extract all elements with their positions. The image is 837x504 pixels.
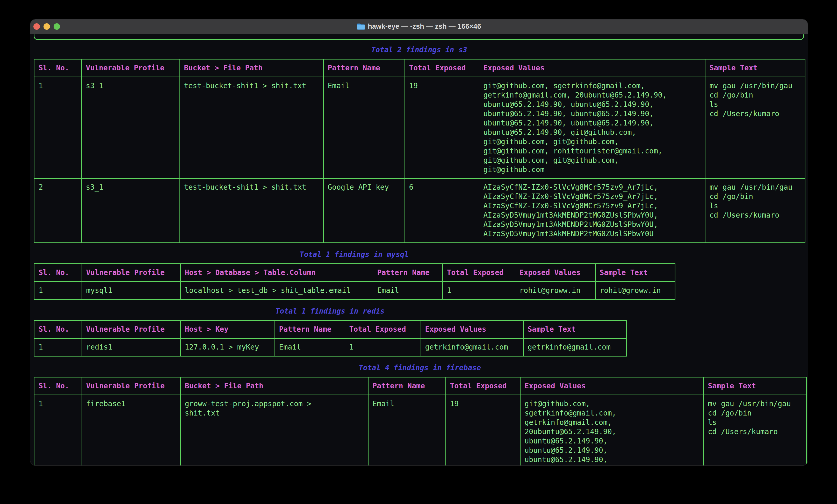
table-cell: Email <box>368 395 446 466</box>
column-header: Sl. No. <box>34 321 82 338</box>
table-cell: 1 <box>34 395 82 466</box>
table-cell: AIzaSyCfNZ-IZx0-SlVcVg8MCr575zv9_Ar7jLc,… <box>479 179 705 243</box>
column-header: Sample Text <box>523 321 627 338</box>
titlebar[interactable]: hawk-eye — -zsh — zsh — 166×46 <box>30 19 808 34</box>
column-header: Sample Text <box>595 264 675 282</box>
column-header: Sample Text <box>704 377 806 395</box>
table-cell: getrkinfo@gmail.com <box>421 338 523 356</box>
findings-table-firebase: Sl. No.Vulnerable ProfileBucket > File P… <box>34 377 807 465</box>
table-cell: Email <box>275 338 345 356</box>
table-cell: rohit@groww.in <box>595 282 675 300</box>
table-row: 1mysql1localhost > test_db > shit_table.… <box>34 282 675 300</box>
table-cell: rohit@groww.in <box>515 282 595 300</box>
findings-section-firebase: Total 4 findings in firebaseSl. No.Vulne… <box>34 363 804 465</box>
column-header: Pattern Name <box>368 377 446 395</box>
table-cell: 1 <box>34 338 82 356</box>
column-header: Exposed Values <box>520 377 704 395</box>
table-cell: mv gau /usr/bin/gau cd /go/bin ls cd /Us… <box>705 179 805 243</box>
section-title-redis: Total 1 findings in redis <box>34 306 626 316</box>
findings-sections: Total 2 findings in s3Sl. No.Vulnerable … <box>34 45 804 465</box>
table-cell: redis1 <box>82 338 180 356</box>
minimize-button[interactable] <box>43 23 50 30</box>
table-cell: test-bucket-shit1 > shit.txt <box>180 77 323 179</box>
header-row: Sl. No.Vulnerable ProfileHost > KeyPatte… <box>34 321 627 338</box>
column-header: Exposed Values <box>421 321 523 338</box>
table-cell: git@github.com, sgetrkinfo@gmail.com, ge… <box>520 395 704 466</box>
table-cell: firebase1 <box>82 395 180 466</box>
column-header: Pattern Name <box>323 59 405 77</box>
table-cell: test-bucket-shit1 > shit.txt <box>180 179 323 243</box>
table-row: 1redis1127.0.0.1 > myKeyEmail1getrkinfo@… <box>34 338 627 356</box>
column-header: Total Exposed <box>443 264 515 282</box>
window-title: hawk-eye — -zsh — zsh — 166×46 <box>368 22 481 31</box>
column-header: Host > Database > Table.Column <box>180 264 373 282</box>
column-header: Total Exposed <box>446 377 520 395</box>
column-header: Total Exposed <box>345 321 421 338</box>
table-cell: 127.0.0.1 > myKey <box>180 338 275 356</box>
table-cell: s3_1 <box>82 179 180 243</box>
header-row: Sl. No.Vulnerable ProfileBucket > File P… <box>34 377 806 395</box>
column-header: Exposed Values <box>479 59 705 77</box>
table-cell: getrkinfo@gmail.com <box>523 338 627 356</box>
table-cell: 1 <box>443 282 515 300</box>
table-cell: git@github.com, sgetrkinfo@gmail.com, ge… <box>479 77 705 179</box>
column-header: Sl. No. <box>34 377 82 395</box>
column-header: Sl. No. <box>34 59 82 77</box>
column-header: Host > Key <box>180 321 275 338</box>
table-row: 1s3_1test-bucket-shit1 > shit.txtEmail19… <box>34 77 805 179</box>
table-cell: localhost > test_db > shit_table.email <box>180 282 373 300</box>
table-cell: 2 <box>34 179 82 243</box>
close-button[interactable] <box>33 23 40 30</box>
terminal-window: hawk-eye — -zsh — zsh — 166×46 Total 2 f… <box>30 19 808 465</box>
table-cell: mv gau /usr/bin/gau cd /go/bin ls cd /Us… <box>705 77 805 179</box>
column-header: Pattern Name <box>373 264 443 282</box>
window-controls <box>30 23 60 30</box>
column-header: Bucket > File Path <box>180 377 368 395</box>
column-header: Total Exposed <box>405 59 479 77</box>
column-header: Exposed Values <box>515 264 595 282</box>
table-cell: mysql1 <box>82 282 180 300</box>
column-header: Vulnerable Profile <box>82 321 180 338</box>
section-title-s3: Total 2 findings in s3 <box>34 45 805 55</box>
column-header: Vulnerable Profile <box>82 264 180 282</box>
column-header: Vulnerable Profile <box>82 59 180 77</box>
header-row: Sl. No.Vulnerable ProfileBucket > File P… <box>34 59 805 77</box>
table-cell: 1 <box>34 77 82 179</box>
table-cell: groww-test-proj.appspot.com > shit.txt <box>180 395 368 466</box>
column-header: Bucket > File Path <box>180 59 323 77</box>
table-cell: 19 <box>405 77 479 179</box>
window-title-container: hawk-eye — -zsh — zsh — 166×46 <box>30 19 808 34</box>
table-cell: 1 <box>34 282 82 300</box>
table-row: 1firebase1groww-test-proj.appspot.com > … <box>34 395 806 466</box>
desktop-background: { "window": { "title": "hawk-eye — -zsh … <box>0 0 837 504</box>
table-cell: Email <box>373 282 443 300</box>
header-row: Sl. No.Vulnerable ProfileHost > Database… <box>34 264 675 282</box>
section-title-mysql: Total 1 findings in mysql <box>34 250 675 259</box>
table-cell: Google API key <box>323 179 405 243</box>
table-cell: 6 <box>405 179 479 243</box>
findings-table-s3: Sl. No.Vulnerable ProfileBucket > File P… <box>34 59 805 243</box>
table-cell: 19 <box>446 395 520 466</box>
findings-section-mysql: Total 1 findings in mysqlSl. No.Vulnerab… <box>34 250 804 300</box>
table-cell: s3_1 <box>82 77 180 179</box>
table-cell: 1 <box>345 338 421 356</box>
column-header: Vulnerable Profile <box>82 377 180 395</box>
folder-icon <box>357 23 365 30</box>
zoom-button[interactable] <box>54 23 60 30</box>
table-cell: Email <box>323 77 405 179</box>
section-title-firebase: Total 4 findings in firebase <box>34 363 806 373</box>
findings-table-redis: Sl. No.Vulnerable ProfileHost > KeyPatte… <box>34 320 627 356</box>
findings-section-s3: Total 2 findings in s3Sl. No.Vulnerable … <box>34 45 804 243</box>
previous-output-box-bottom <box>34 34 804 40</box>
findings-table-mysql: Sl. No.Vulnerable ProfileHost > Database… <box>34 263 675 300</box>
column-header: Sl. No. <box>34 264 82 282</box>
terminal-body[interactable]: Total 2 findings in s3Sl. No.Vulnerable … <box>30 34 808 465</box>
column-header: Pattern Name <box>275 321 345 338</box>
column-header: Sample Text <box>705 59 805 77</box>
table-row: 2s3_1test-bucket-shit1 > shit.txtGoogle … <box>34 179 805 243</box>
table-cell: mv gau /usr/bin/gau cd /go/bin ls cd /Us… <box>704 395 806 466</box>
findings-section-redis: Total 1 findings in redisSl. No.Vulnerab… <box>34 306 804 356</box>
